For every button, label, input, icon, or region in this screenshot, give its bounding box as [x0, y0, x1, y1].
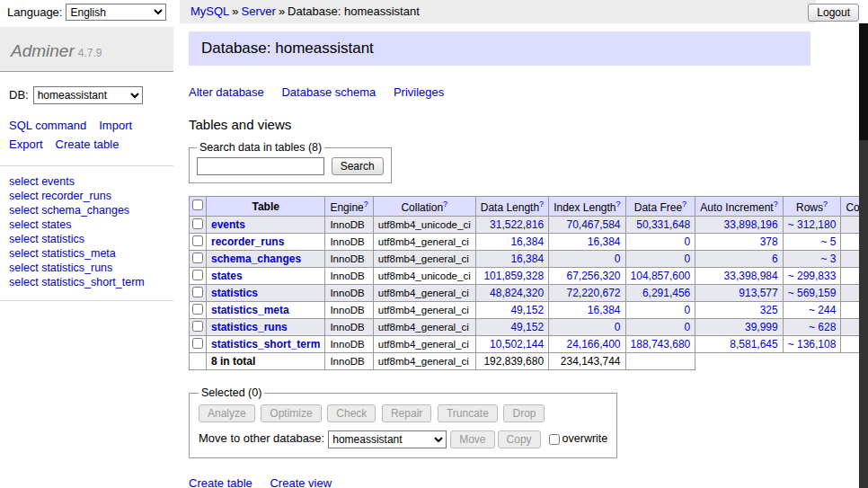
check-button[interactable]: Check	[327, 404, 376, 422]
db-select[interactable]: homeassistant	[33, 86, 143, 104]
table-link[interactable]: statistics_runs	[211, 321, 288, 333]
data-length-link[interactable]: 16,384	[510, 235, 544, 248]
data-free-link[interactable]: 6,291,456	[642, 287, 690, 299]
index-length-link[interactable]: 16,384	[588, 235, 621, 248]
auto-increment-link[interactable]: 33,898,196	[724, 218, 778, 231]
breadcrumb-link-server[interactable]: Server	[242, 4, 276, 18]
sidebar-item-select-statistics[interactable]: select statistics	[9, 232, 164, 246]
data-free-link[interactable]: 0	[685, 321, 691, 333]
auto-increment-link[interactable]: 39,999	[745, 321, 778, 333]
sidebar-item-select-schema-changes[interactable]: select schema_changes	[9, 203, 164, 217]
data-length-link[interactable]: 101,859,328	[483, 270, 544, 282]
auto-increment-link[interactable]: 913,577	[739, 287, 777, 299]
table-link[interactable]: statistics_meta	[211, 304, 289, 316]
copy-button[interactable]: Copy	[498, 430, 541, 448]
repair-button[interactable]: Repair	[382, 404, 431, 422]
help-icon[interactable]: ?	[616, 200, 621, 209]
rows-count-link[interactable]: ~ 628	[809, 321, 836, 333]
optimize-button[interactable]: Optimize	[261, 404, 321, 422]
table-link[interactable]: statistics_short_term	[211, 338, 320, 350]
database-schema-link[interactable]: Database schema	[281, 85, 376, 99]
language-select[interactable]: English	[66, 4, 166, 21]
drop-button[interactable]: Drop	[503, 404, 545, 422]
sidebar-link-export[interactable]: Export	[9, 138, 43, 151]
auto-increment-link[interactable]: 33,398,984	[724, 270, 778, 282]
search-button[interactable]: Search	[332, 157, 384, 175]
privileges-link[interactable]: Privileges	[394, 85, 444, 99]
sidebar-item-select-recorder-runs[interactable]: select recorder_runs	[9, 189, 164, 203]
row-checkbox[interactable]	[192, 270, 203, 280]
alter-database-link[interactable]: Alter database	[189, 85, 264, 99]
data-length-link[interactable]: 16,384	[510, 253, 544, 265]
table-link[interactable]: events	[211, 218, 245, 231]
logout-button[interactable]: Logout	[808, 4, 859, 22]
data-length-link[interactable]: 48,824,320	[490, 287, 544, 299]
help-icon[interactable]: ?	[682, 200, 686, 209]
row-checkbox[interactable]	[192, 253, 203, 263]
auto-increment-link[interactable]: 378	[760, 235, 778, 248]
sidebar-item-select-events[interactable]: select events	[9, 174, 164, 189]
auto-increment-link[interactable]: 6	[772, 253, 778, 265]
adminer-logo[interactable]: Adminer	[11, 41, 75, 60]
data-free-link[interactable]: 188,743,680	[631, 338, 691, 350]
index-length-link[interactable]: 70,467,584	[566, 218, 620, 231]
search-input[interactable]	[197, 157, 324, 175]
sidebar-link-import[interactable]: Import	[99, 119, 132, 132]
breadcrumb-link-mysql[interactable]: MySQL	[190, 4, 229, 18]
table-link[interactable]: recorder_runs	[211, 235, 284, 248]
sidebar-item-select-states[interactable]: select states	[9, 217, 164, 232]
sidebar-item-select-statistics-short-term[interactable]: select statistics_short_term	[9, 275, 164, 289]
data-length-link[interactable]: 10,502,144	[490, 338, 544, 350]
data-length-link[interactable]: 49,152	[510, 321, 544, 333]
help-icon[interactable]: ?	[774, 200, 778, 209]
rows-count-link[interactable]: ~ 312,180	[788, 218, 837, 231]
sidebar-link-sql-command[interactable]: SQL command	[9, 119, 86, 132]
index-length-link[interactable]: 16,384	[588, 304, 621, 316]
auto-increment-link[interactable]: 8,581,645	[730, 338, 777, 350]
table-link[interactable]: statistics	[211, 287, 258, 299]
row-checkbox[interactable]	[192, 287, 203, 297]
rows-count-link[interactable]: ~ 569,159	[788, 287, 837, 299]
create-table-link[interactable]: Create table	[189, 476, 252, 488]
index-length-link[interactable]: 72,220,672	[566, 287, 620, 299]
index-length-link[interactable]: 0	[615, 321, 621, 333]
row-checkbox[interactable]	[192, 321, 203, 332]
index-length-link[interactable]: 0	[615, 253, 621, 265]
sidebar-item-select-statistics-meta[interactable]: select statistics_meta	[9, 246, 164, 261]
help-icon[interactable]: ?	[364, 200, 368, 209]
analyze-button[interactable]: Analyze	[199, 404, 255, 422]
scrollbar[interactable]	[859, 23, 868, 488]
scrollbar-thumb[interactable]	[859, 23, 868, 140]
table-link[interactable]: schema_changes	[211, 253, 301, 265]
help-icon[interactable]: ?	[823, 200, 828, 209]
help-icon[interactable]: ?	[443, 200, 447, 209]
rows-count-link[interactable]: ~ 3	[820, 253, 836, 265]
data-free-link[interactable]: 0	[685, 253, 691, 265]
row-checkbox[interactable]	[192, 304, 203, 315]
data-free-link[interactable]: 0	[685, 235, 691, 248]
row-checkbox[interactable]	[192, 218, 203, 229]
help-icon[interactable]: ?	[539, 200, 544, 209]
data-free-link[interactable]: 0	[685, 304, 691, 316]
rows-count-link[interactable]: ~ 244	[809, 304, 836, 316]
rows-count-link[interactable]: ~ 5	[820, 235, 836, 248]
data-length-link[interactable]: 31,522,816	[490, 218, 544, 231]
row-checkbox[interactable]	[192, 338, 203, 349]
data-free-link[interactable]: 104,857,600	[631, 270, 691, 282]
data-length-link[interactable]: 49,152	[510, 304, 544, 316]
table-link[interactable]: states	[211, 270, 243, 282]
index-length-link[interactable]: 67,256,320	[566, 270, 620, 282]
move-button[interactable]: Move	[450, 430, 494, 448]
index-length-link[interactable]: 24,166,400	[566, 338, 620, 350]
rows-count-link[interactable]: ~ 299,833	[788, 270, 837, 282]
data-free-link[interactable]: 50,331,648	[636, 218, 690, 231]
sidebar-item-select-statistics-runs[interactable]: select statistics_runs	[9, 261, 164, 275]
truncate-button[interactable]: Truncate	[438, 404, 498, 422]
overwrite-checkbox[interactable]	[549, 434, 560, 445]
sidebar-link-create-table[interactable]: Create table	[56, 138, 120, 151]
create-view-link[interactable]: Create view	[270, 476, 332, 488]
row-checkbox[interactable]	[192, 235, 203, 246]
select-all-checkbox[interactable]	[192, 200, 203, 210]
auto-increment-link[interactable]: 325	[760, 304, 778, 316]
move-db-select[interactable]: homeassistant	[328, 430, 447, 448]
